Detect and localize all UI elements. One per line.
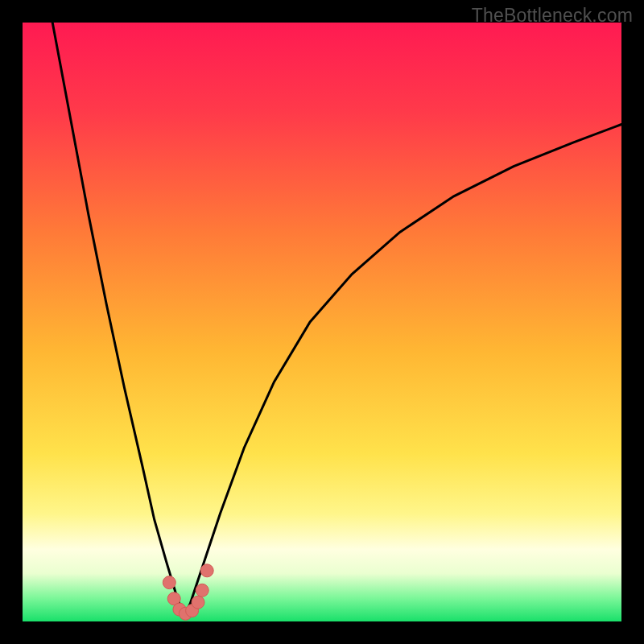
chart-frame: TheBottleneck.com [0, 0, 644, 644]
optimal-marker [200, 564, 213, 577]
optimal-marker [163, 576, 175, 589]
optimal-marker [196, 584, 208, 597]
optimal-marker [192, 596, 204, 609]
curve-right-branch [184, 125, 621, 616]
watermark-text: TheBottleneck.com [472, 5, 633, 27]
curve-left-branch [52, 23, 184, 616]
bottleneck-curve [23, 23, 621, 621]
